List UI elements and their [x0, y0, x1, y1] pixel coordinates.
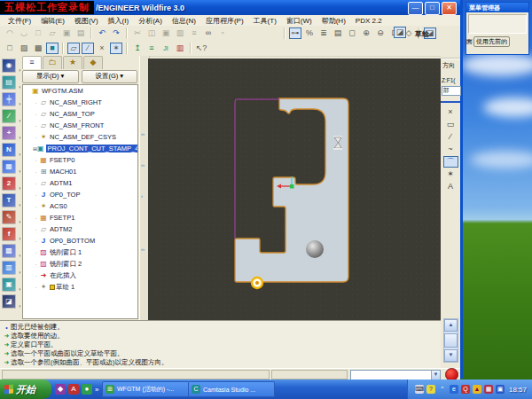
menu-插入I[interactable]: 插入(I)	[104, 16, 134, 26]
sash-collapse-icon[interactable]: ‹›	[141, 162, 145, 168]
mfg-thread-icon[interactable]: T▾	[2, 193, 16, 207]
menu-帮助H[interactable]: 帮助(H)	[317, 16, 350, 26]
mfg-face-icon[interactable]: ╪▾	[2, 92, 16, 106]
arc-tool-icon[interactable]: ⌒	[443, 156, 458, 168]
info-regen-icon[interactable]: ↥	[131, 43, 144, 54]
tree-item[interactable]: ·▱ADTM1	[23, 177, 137, 189]
tree-item[interactable]: ⊞▣PROJ_CONT_CUT_STAMP_4.PRT	[23, 143, 137, 154]
mfg-two-axis-icon[interactable]: 2▾	[2, 176, 16, 191]
new-file-icon[interactable]: □	[32, 27, 44, 39]
select-box-icon[interactable]: ▫	[216, 27, 229, 39]
media-player-icon[interactable]: ◆	[55, 384, 66, 395]
scroll-down-icon[interactable]: ▼	[444, 349, 458, 362]
save-file-icon[interactable]: ▣	[60, 27, 73, 39]
open-b-icon[interactable]: ◡	[18, 27, 30, 39]
tab-folder-browser[interactable]: 🗀	[43, 56, 62, 69]
tree-item[interactable]: ·▨铣削窗口 1	[23, 246, 137, 258]
scroll-thumb[interactable]	[444, 333, 458, 348]
help-select-icon[interactable]: ↖?	[195, 43, 207, 54]
window-titlebar[interactable]: 五棵松工作室录制 /ENGINEER Wildfire 3.0 — □ ✕	[0, 0, 460, 15]
tree-item[interactable]: ·✶ACS0	[23, 200, 137, 212]
hidden-line-icon[interactable]: ▨	[18, 43, 30, 54]
show-button[interactable]: 显示(D) ▾	[22, 70, 79, 83]
mfg-dark-icon[interactable]: ◪▾	[2, 294, 16, 309]
mfg-volume-icon[interactable]: ◉▾	[2, 59, 16, 73]
display-app-icon[interactable]: ▣	[496, 385, 505, 394]
scroll-up-icon[interactable]: ▲	[444, 319, 458, 332]
tree-item[interactable]: ·▱NC_ASM_TOP	[23, 108, 137, 120]
mfg-trajectory-icon[interactable]: f▾	[2, 227, 16, 241]
tree-item[interactable]: ·▦FSETP0	[23, 154, 137, 166]
mfg-holemaking-icon[interactable]: ▩▾	[2, 244, 16, 258]
menu-信息N[interactable]: 信息(N)	[168, 16, 200, 26]
tray-chevron-icon[interactable]: ⌃	[438, 385, 447, 394]
print-icon[interactable]: ▤	[74, 27, 87, 39]
menu-PDX 2.2[interactable]: PDX 2.2	[351, 17, 387, 25]
tree-item[interactable]: ·JOP0_TOP	[23, 189, 137, 200]
format-icon[interactable]: ≡	[188, 27, 200, 39]
acrobat-icon[interactable]: A	[68, 384, 79, 395]
redo-icon[interactable]: ↷	[110, 27, 122, 39]
menu-视图V[interactable]: 视图(V)	[70, 16, 103, 26]
line-tool-icon[interactable]: ∕	[443, 131, 458, 143]
tree-item[interactable]: ·▱NC_ASM_RIGHT	[23, 97, 137, 108]
menu-编辑E[interactable]: 编辑(E)	[36, 16, 69, 26]
menu-工具T[interactable]: 工具(T)	[249, 16, 281, 26]
language-flag-icon[interactable]: ▦	[484, 385, 493, 394]
orientation-combo[interactable]: 部	[442, 86, 461, 96]
tree-item[interactable]: ·⊞MACH01	[23, 166, 137, 177]
graphics-viewport[interactable]	[148, 59, 441, 320]
copy-icon[interactable]: ◫	[145, 27, 158, 39]
open-file-icon[interactable]: ▱	[46, 27, 59, 39]
menu-manager-list[interactable]	[468, 14, 527, 34]
shaded-icon[interactable]: ■	[46, 43, 59, 54]
quicktime-icon[interactable]: Q	[461, 385, 470, 394]
menu-窗口W[interactable]: 窗口(W)	[282, 16, 317, 26]
point-tool-icon[interactable]: ×	[443, 106, 458, 118]
mfg-new-seq-icon[interactable]: N▾	[2, 143, 16, 157]
connector-icon[interactable]: ⊶	[289, 27, 301, 39]
sash-collapse-icon[interactable]: ‹›	[141, 246, 145, 252]
quicklaunch-overflow-icon[interactable]: »	[95, 386, 98, 394]
datum-points-icon[interactable]: ×	[96, 43, 108, 54]
paste-special-icon[interactable]: ▥	[174, 27, 186, 39]
chevron-down-icon[interactable]: ▼	[431, 371, 440, 379]
hole-sphere[interactable]	[306, 240, 324, 258]
tree-item[interactable]: ·✦草绘 1	[23, 281, 137, 293]
no-hidden-icon[interactable]: ▩	[32, 43, 44, 54]
rect-tool-icon[interactable]: ▭	[443, 119, 458, 130]
filter-icon[interactable]: %	[303, 27, 316, 39]
tree-item[interactable]: ·✶NC_ASM_DEF_CSYS	[23, 131, 137, 143]
mfg-book-icon[interactable]: ▥▾	[2, 261, 16, 275]
tree-item[interactable]: ·JOP0_BOTTOM	[23, 235, 137, 246]
sash-collapse-icon[interactable]: ‹›	[141, 131, 145, 137]
menu-应用程序P[interactable]: 应用程序(P)	[201, 16, 248, 26]
msn-icon[interactable]: ●	[82, 384, 92, 395]
zoom-in-icon[interactable]: ⊕	[360, 27, 372, 39]
datum-point-marker[interactable]	[252, 278, 262, 288]
undo-icon[interactable]: ↶	[96, 27, 108, 39]
taskbar-task-camtasia[interactable]: C Camtasia Studio ...	[188, 381, 275, 397]
datum-axes-icon[interactable]: ∕	[82, 43, 94, 54]
tab-model-tree[interactable]: ≡	[22, 56, 42, 69]
tree-item[interactable]: ▣WFGTM.ASM	[23, 85, 137, 97]
menu-分析A[interactable]: 分析(A)	[134, 16, 167, 26]
mfg-window-icon[interactable]: ▦▾	[2, 160, 16, 174]
mfg-engrave-icon[interactable]: ✎▾	[2, 210, 16, 224]
model-tree-2-icon[interactable]: ≡	[145, 43, 158, 54]
datum-csys-icon[interactable]: ✶	[110, 43, 122, 54]
feat-ji-icon[interactable]: JI	[160, 43, 172, 54]
tree-item[interactable]: ·▦FSETP1	[23, 212, 137, 223]
mfg-surface-icon[interactable]: ▤▾	[2, 75, 16, 90]
mfg-process-icon[interactable]: ▣▾	[2, 278, 16, 292]
tab-connections[interactable]: ◆	[83, 56, 103, 69]
tab-favorites[interactable]: ★	[63, 56, 82, 69]
sketch-plane-tool-icon[interactable]: ◪	[394, 27, 406, 38]
datum-planes-icon[interactable]: ▱	[67, 43, 80, 54]
mirror-tool-icon[interactable]: ✶	[443, 168, 458, 180]
process-book-icon[interactable]: ▥	[174, 43, 186, 54]
maximize-button[interactable]: □	[425, 2, 440, 15]
message-scrollbar[interactable]: ▲ ▼	[443, 318, 458, 363]
layers-icon[interactable]: ≣	[317, 27, 330, 39]
security-shield-icon[interactable]: ▲	[473, 385, 481, 394]
